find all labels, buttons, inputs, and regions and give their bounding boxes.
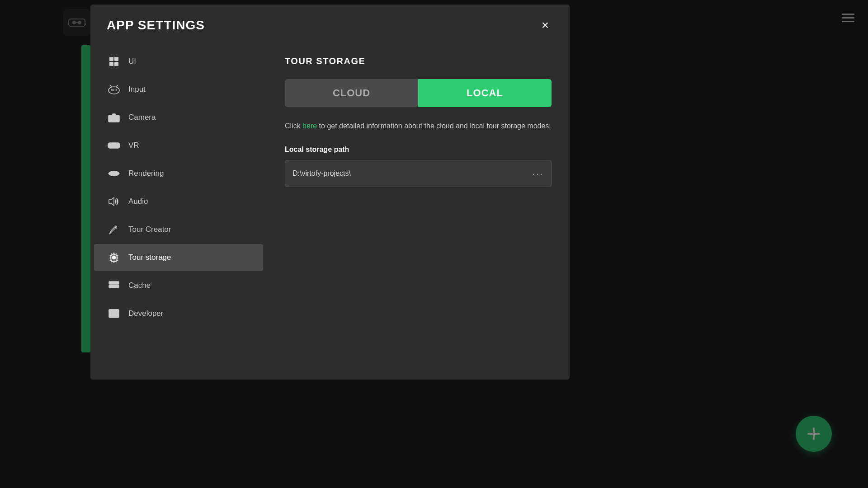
sidebar-item-label-rendering: Rendering [128, 169, 164, 178]
svg-point-20 [115, 144, 118, 147]
sidebar-item-ui[interactable]: UI [94, 48, 263, 75]
sidebar-item-camera[interactable]: Camera [94, 104, 263, 131]
info-paragraph: Click here to get detailed information a… [285, 120, 552, 132]
modal-body: UI Input [90, 42, 570, 380]
gamepad-icon [108, 83, 120, 96]
path-value: D:\virtofy-projects\ [292, 169, 532, 178]
sidebar-item-label-cache: Cache [128, 281, 151, 290]
pen-icon [108, 223, 120, 236]
sidebar-item-audio[interactable]: Audio [94, 188, 263, 215]
svg-point-33 [110, 310, 111, 311]
svg-point-26 [113, 256, 116, 259]
info-text-before: Click [285, 122, 302, 130]
settings-content: TOUR STORAGE CLOUD LOCAL Click here to g… [267, 42, 570, 380]
svg-rect-7 [114, 57, 118, 61]
sidebar-item-tour-creator[interactable]: Tour Creator [94, 216, 263, 243]
svg-marker-24 [109, 197, 114, 206]
path-label: Local storage path [285, 145, 552, 154]
svg-point-16 [112, 116, 116, 121]
path-input-wrapper: D:\virtofy-projects\ ··· [285, 160, 552, 187]
sidebar-item-label-audio: Audio [128, 197, 148, 206]
svg-rect-6 [109, 57, 113, 61]
camera-icon [108, 111, 120, 124]
sidebar-item-label-developer: Developer [128, 309, 164, 318]
app-settings-modal: APP SETTINGS × UI [90, 5, 570, 380]
sidebar-item-cache[interactable]: Cache [94, 272, 263, 299]
sidebar-item-label-tour-storage: Tour storage [128, 253, 171, 262]
sidebar-item-tour-storage[interactable]: Tour storage [94, 244, 263, 271]
storage-toggle-group: CLOUD LOCAL [285, 79, 552, 107]
svg-point-12 [116, 89, 117, 91]
sidebar-item-label-ui: UI [128, 57, 136, 66]
gear-icon [108, 251, 120, 264]
cache-icon [108, 279, 120, 292]
sidebar-item-developer[interactable]: Developer [94, 300, 263, 327]
sidebar-item-rendering[interactable]: Rendering [94, 160, 263, 187]
audio-icon [108, 195, 120, 208]
sidebar-item-vr[interactable]: VR [94, 132, 263, 159]
svg-point-19 [110, 144, 113, 147]
sidebar-item-label-input: Input [128, 85, 146, 94]
dev-icon [108, 307, 120, 320]
svg-point-30 [117, 286, 118, 287]
svg-rect-9 [114, 62, 118, 66]
svg-point-34 [112, 310, 113, 311]
svg-point-23 [113, 173, 115, 174]
svg-point-17 [117, 116, 118, 117]
info-link[interactable]: here [302, 122, 317, 130]
settings-nav: UI Input [90, 42, 267, 380]
eye-icon [108, 167, 120, 180]
sidebar-item-label-camera: Camera [128, 113, 156, 122]
svg-point-29 [117, 282, 118, 284]
path-browse-button[interactable]: ··· [532, 169, 544, 179]
info-text-after: to get detailed information about the cl… [317, 122, 551, 130]
svg-rect-8 [109, 62, 113, 66]
modal-title: APP SETTINGS [107, 18, 205, 33]
sidebar-item-label-tour-creator: Tour Creator [128, 225, 171, 234]
section-title: TOUR STORAGE [285, 56, 552, 66]
modal-header: APP SETTINGS × [90, 5, 570, 42]
local-toggle-button[interactable]: LOCAL [418, 79, 552, 107]
close-button[interactable]: × [537, 17, 553, 33]
sidebar-item-input[interactable]: Input [94, 76, 263, 103]
sidebar-item-label-vr: VR [128, 141, 139, 150]
cloud-toggle-button[interactable]: CLOUD [285, 79, 418, 107]
vr-icon [108, 139, 120, 152]
modal-overlay: APP SETTINGS × UI [0, 0, 868, 488]
grid-icon [108, 55, 120, 68]
